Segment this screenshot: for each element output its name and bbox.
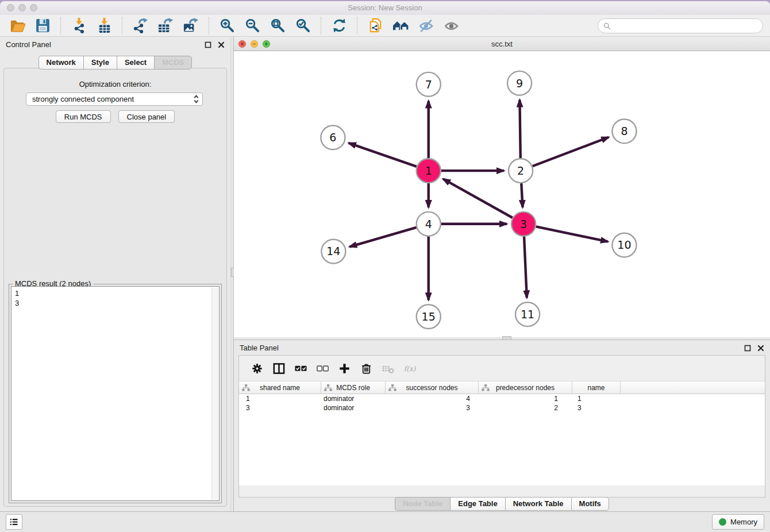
memory-label: Memory (730, 518, 757, 526)
export-table-icon[interactable] (156, 17, 175, 35)
table-tab-edge-table[interactable]: Edge Table (450, 497, 505, 511)
graph-node-7[interactable]: 7 (417, 72, 441, 97)
table-toolbar: f(x) (239, 356, 765, 381)
hierarchy-icon (242, 384, 250, 391)
export-image-icon[interactable] (182, 17, 200, 35)
duplicate-network-icon[interactable] (366, 17, 384, 35)
table-cell[interactable]: 1 (239, 395, 321, 403)
deselect-all-icon[interactable] (315, 361, 330, 376)
window-titlebar: Session: New Session (0, 1, 770, 16)
mcds-result-list[interactable]: 13 (11, 286, 220, 501)
memory-button[interactable]: Memory (712, 514, 764, 530)
search-box[interactable] (598, 18, 763, 33)
close-view-button[interactable]: × (238, 40, 246, 48)
run-mcds-button[interactable]: Run MCDS (56, 110, 111, 123)
optimization-criterion-dropdown[interactable]: strongly connected component (26, 92, 203, 106)
table-tab-network-table[interactable]: Network Table (505, 497, 571, 511)
zoom-selected-icon[interactable] (294, 17, 312, 35)
graph-edge-3-10[interactable] (536, 226, 608, 241)
delete-column-icon[interactable] (359, 361, 374, 376)
status-bar: Memory (0, 511, 770, 532)
float-icon (205, 41, 211, 48)
close-control-panel-button[interactable] (217, 41, 225, 48)
graph-edge-3-1[interactable] (443, 179, 513, 218)
graph-node-8[interactable]: 8 (612, 119, 636, 144)
table-cell[interactable]: dominator (321, 395, 386, 403)
main-toolbar-icons (5, 17, 464, 35)
zoom-fit-icon[interactable] (268, 17, 287, 35)
home-icon[interactable] (391, 17, 410, 35)
column-header-name[interactable]: name (572, 381, 621, 394)
toolbar-separator (357, 17, 357, 34)
graph-node-11[interactable]: 11 (515, 302, 540, 326)
tab-mcds[interactable]: MCDS (154, 56, 192, 70)
task-history-button[interactable] (6, 514, 22, 530)
column-header-mcds-role[interactable]: MCDS role (321, 381, 386, 394)
table-panel-header: Table Panel (234, 340, 770, 356)
table-cell[interactable]: 4 (386, 395, 479, 403)
table-settings-icon[interactable] (249, 361, 264, 376)
table-cell[interactable]: 3 (386, 404, 479, 412)
graph-edge-2-9[interactable] (519, 100, 520, 159)
table-cell[interactable]: 3 (239, 404, 321, 412)
graph-node-2[interactable]: 2 (509, 159, 533, 183)
apply-layout-icon[interactable] (330, 17, 348, 35)
column-header-predecessor-nodes[interactable]: predecessor nodes (479, 381, 572, 394)
table-row[interactable]: 1dominator411 (239, 394, 765, 403)
table-tab-motifs[interactable]: Motifs (571, 497, 609, 511)
result-scrollbar[interactable] (211, 287, 218, 500)
column-header-shared-name[interactable]: shared name (239, 381, 321, 394)
graph-node-9[interactable]: 9 (507, 71, 532, 95)
graph-edge-2-8[interactable] (533, 137, 609, 167)
graph-node-10[interactable]: 10 (612, 233, 636, 257)
network-canvas[interactable]: 7968124314101511 (234, 51, 770, 337)
table-cell[interactable]: dominator (321, 404, 386, 412)
minimize-view-button[interactable]: − (251, 40, 258, 48)
float-control-panel-button[interactable] (204, 41, 211, 48)
graph-node-label: 7 (425, 78, 432, 91)
zoom-in-icon[interactable] (218, 17, 236, 35)
table-row[interactable]: 3dominator323 (239, 403, 765, 413)
graph-edge-4-14[interactable] (349, 228, 416, 247)
application-window: Session: New Session Control Panel (0, 1, 770, 532)
column-header-successor-nodes[interactable]: successor nodes (386, 381, 479, 394)
list-icon (9, 516, 20, 527)
open-session-icon[interactable] (8, 17, 26, 35)
show-panel-icon[interactable] (442, 17, 460, 35)
table-cell[interactable]: 1 (479, 395, 572, 403)
hide-panel-icon[interactable] (417, 17, 435, 35)
zoom-out-icon[interactable] (243, 17, 261, 35)
splitter-grip[interactable] (502, 336, 511, 340)
chevron-updown-icon (193, 94, 199, 104)
save-session-icon[interactable] (33, 17, 52, 35)
import-network-icon[interactable] (70, 17, 88, 35)
graph-node-14[interactable]: 14 (321, 240, 345, 264)
tab-select[interactable]: Select (117, 56, 154, 70)
float-table-panel-button[interactable] (744, 344, 751, 352)
graph-edge-3-11[interactable] (524, 237, 527, 298)
close-table-panel-button[interactable] (757, 344, 764, 352)
show-columns-icon[interactable] (271, 361, 286, 376)
maximize-view-button[interactable]: + (263, 40, 270, 48)
graph-node-1[interactable]: 1 (417, 159, 441, 183)
import-table-icon[interactable] (95, 17, 113, 35)
graph-node-4[interactable]: 4 (417, 212, 441, 236)
table-cell[interactable]: 2 (479, 404, 572, 412)
select-all-icon[interactable] (293, 361, 308, 376)
search-input[interactable] (614, 21, 763, 31)
graph-node-6[interactable]: 6 (321, 125, 345, 149)
graph-node-3[interactable]: 3 (511, 212, 536, 236)
tab-network[interactable]: Network (38, 56, 83, 70)
tab-style[interactable]: Style (83, 56, 117, 70)
graph-edge-2-3[interactable] (521, 183, 522, 207)
table-tab-node-table[interactable]: Node Table (395, 497, 450, 511)
graph-edge-1-6[interactable] (349, 143, 417, 167)
column-header-label: name (587, 384, 605, 392)
add-column-icon[interactable] (337, 361, 352, 376)
table-cell[interactable]: 3 (572, 404, 621, 412)
optimization-criterion-label: Optimization criterion: (4, 80, 226, 88)
export-network-icon[interactable] (131, 17, 149, 35)
table-cell[interactable]: 1 (572, 395, 621, 403)
close-panel-button[interactable]: Close panel (118, 110, 175, 123)
graph-node-15[interactable]: 15 (417, 304, 441, 329)
